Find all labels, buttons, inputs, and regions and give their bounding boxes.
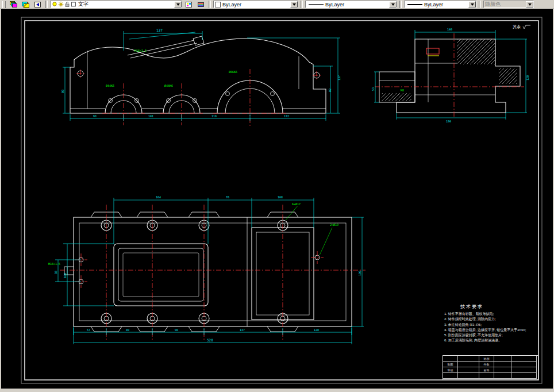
chevron-down-icon	[176, 3, 180, 6]
dimension-text: 137	[156, 28, 163, 32]
dimension-text: 2×Ø10	[330, 223, 338, 226]
title-block: 比例制图件数审核材料	[443, 355, 538, 380]
color-control-button[interactable]	[195, 1, 206, 9]
dimension-text: Ø44K6	[106, 84, 114, 87]
dimension-text: 137	[337, 75, 341, 80]
dimension-text: 128	[526, 75, 529, 80]
lineweight-dropdown-value: ByLayer	[424, 2, 468, 7]
window-border-left	[0, 9, 1, 389]
color-dropdown-arrow-button[interactable]	[290, 1, 298, 7]
layers-icon	[10, 1, 17, 8]
title-block-cell	[458, 362, 479, 367]
tech-requirements-block: 技术要求 1. 铸件不得有砂眼、裂纹等缺陷;2. 铸件须经时效处理, 消除内应力…	[444, 303, 537, 344]
dimension-text: 132	[284, 114, 289, 118]
layer-properties-button[interactable]	[8, 1, 19, 9]
dimension-text: M16×1.5	[48, 262, 60, 266]
title-block-cell	[458, 367, 479, 373]
title-block-cell	[511, 367, 537, 373]
layer-previous-button[interactable]	[32, 1, 43, 9]
dimension-text: 164	[156, 195, 161, 199]
layer-dropdown[interactable]: 文字	[50, 1, 182, 8]
dimension-text: 108	[278, 195, 283, 199]
title-block-cell	[458, 373, 479, 379]
dimension-text: 80	[126, 328, 129, 332]
chevron-down-icon	[391, 3, 395, 6]
tech-requirements-title: 技术要求	[444, 303, 537, 310]
title-block-cell	[511, 373, 537, 379]
section-view	[379, 39, 520, 113]
title-block-cell	[494, 362, 511, 367]
tech-requirement-line: 3. 未注铸造圆角 R3~R5;	[444, 322, 537, 328]
current-color-swatch	[215, 2, 221, 7]
dimension-text: 108	[63, 273, 67, 278]
linetype-dropdown-arrow-button[interactable]	[389, 1, 397, 7]
dimension-text: 90	[175, 328, 178, 332]
dimension-text: 53	[371, 87, 375, 91]
dimension-text: 101	[148, 114, 153, 118]
title-block-cell	[511, 362, 537, 367]
toolbar-separator	[209, 1, 211, 8]
status-bar	[0, 389, 554, 392]
cad-app-window: 文字 ByLayer	[0, 0, 554, 392]
title-block-cell: 材料	[479, 367, 494, 373]
color-dropdown[interactable]: ByLayer	[213, 1, 298, 8]
centerlines	[60, 33, 524, 340]
title-block-cell: 件数	[479, 362, 494, 367]
chevron-down-icon	[293, 3, 296, 6]
title-block-cell	[443, 373, 458, 379]
tech-requirements-lines: 1. 铸件不得有砂眼、裂纹等缺陷;2. 铸件须经时效处理, 消除内应力;3. 未…	[444, 312, 537, 344]
linetype-dropdown-value: ByLayer	[325, 2, 389, 7]
plotstyle-dropdown-arrow-button[interactable]	[526, 1, 533, 7]
toolbar-separator	[45, 1, 48, 8]
tech-requirement-line: 5. 剖分面应涂密封胶, 不允许使用垫片;	[444, 333, 537, 338]
dimension-text: 76	[226, 195, 229, 199]
drawing-canvas[interactable]: 其余	[1, 9, 553, 389]
chevron-down-icon	[528, 3, 532, 6]
linetype-preview-icon	[309, 4, 324, 5]
tech-requirement-line: 6. 加工后清除毛刺, 内壁涂耐油油漆。	[444, 338, 537, 343]
dimension-text: 520	[207, 338, 213, 342]
title-block-cell	[458, 356, 479, 362]
toolbar-separator	[479, 1, 481, 8]
layer-dropdown-arrow-button[interactable]	[174, 1, 182, 7]
plotstyle-dropdown[interactable]: 随颜色	[483, 1, 534, 8]
title-block-cell: 制图	[443, 362, 458, 367]
title-block-cell	[443, 356, 458, 362]
dimension-annotations: 137821378093101119132Ø44K6Ø44K6Ø86K6M16×…	[48, 28, 529, 342]
dimension-text: 57	[87, 328, 90, 332]
dimension-text: 190	[446, 120, 451, 123]
toolbar-separator	[399, 1, 402, 8]
title-block-cell	[479, 373, 494, 379]
layers-pencil-icon	[22, 1, 29, 8]
title-block-cell	[511, 356, 537, 362]
unlock-icon	[64, 1, 70, 7]
tech-requirement-line: 2. 铸件须经时效处理, 消除内应力;	[444, 317, 537, 322]
object-properties-toolbar: 文字 ByLayer	[0, 0, 554, 9]
lineweight-dropdown-arrow-button[interactable]	[468, 1, 476, 7]
title-block-cell	[494, 367, 511, 373]
toolbar-grip[interactable]	[2, 1, 6, 8]
tech-requirement-line: 1. 铸件不得有砂眼、裂纹等缺陷;	[444, 312, 537, 317]
title-block-cell	[494, 373, 511, 379]
dimension-text: 190	[358, 271, 361, 276]
dimension-text: 82	[328, 89, 332, 92]
title-block-cell: 比例	[479, 356, 494, 362]
layer-states-icon	[185, 1, 193, 8]
layer-states-button[interactable]	[183, 1, 194, 9]
linetype-dropdown[interactable]: ByLayer	[305, 1, 397, 8]
surface-finish-symbol	[523, 25, 530, 29]
paint-icon	[197, 1, 205, 8]
sun-thaw-icon	[58, 1, 64, 7]
dimension-text: 140	[447, 28, 452, 31]
dimension-text: 38	[54, 271, 57, 274]
dimension-text: 120	[314, 328, 319, 332]
lineweight-dropdown[interactable]: ByLayer	[404, 1, 476, 8]
dimension-text: 80	[61, 90, 64, 93]
side-view	[70, 36, 326, 113]
lineweight-preview-icon	[407, 4, 422, 5]
title-block-cell	[494, 356, 511, 362]
layer-dropdown-value: 文字	[78, 1, 174, 8]
dimension-text: 93	[93, 114, 97, 118]
layer-color-swatch-icon	[71, 1, 76, 7]
make-layer-current-button[interactable]	[20, 1, 31, 9]
